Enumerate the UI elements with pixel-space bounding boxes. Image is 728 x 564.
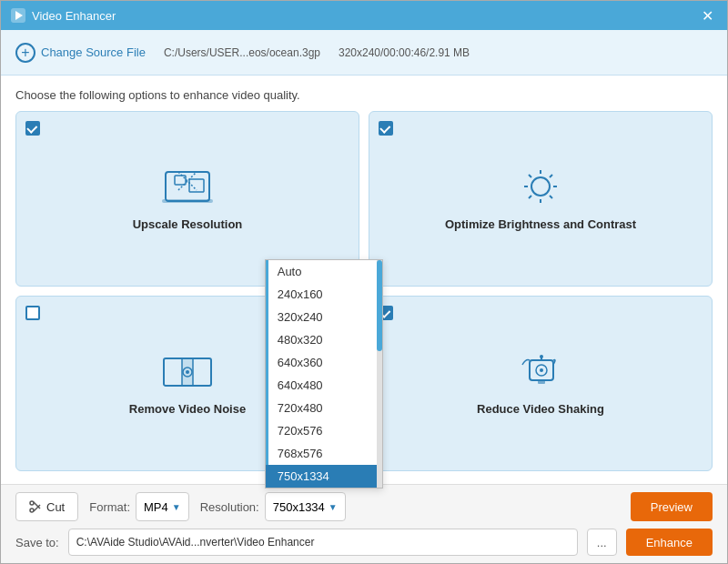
file-meta: 320x240/00:00:46/2.91 MB — [339, 46, 470, 59]
noise-label: Remove Video Noise — [129, 402, 246, 416]
resolution-group: Resolution: 750x1334 ▼ Auto 240x160 320x… — [200, 492, 346, 521]
change-source-button[interactable]: + Change Source File — [15, 43, 146, 63]
main-window: Video Enhancer ✕ + Change Source File C:… — [0, 0, 728, 564]
res-option-720x480[interactable]: 720x480 — [266, 397, 382, 419]
res-option-640x480[interactable]: 640x480 — [266, 374, 382, 397]
res-option-480x320[interactable]: 480x320 — [266, 328, 382, 351]
res-option-240x160[interactable]: 240x160 — [266, 283, 382, 306]
cut-button[interactable]: Cut — [15, 492, 78, 521]
enhance-button[interactable]: Enhance — [626, 529, 713, 556]
option-card-brightness: Optimize Brightness and Contrast — [369, 111, 713, 287]
svg-point-22 — [186, 370, 189, 374]
res-option-auto[interactable]: Auto — [266, 260, 382, 283]
resolution-popup: Auto 240x160 320x240 480x320 640x360 640… — [265, 259, 383, 488]
toolbar: + Change Source File C:/Users/USER...eos… — [1, 30, 727, 76]
svg-line-13 — [529, 175, 531, 177]
controls-row: Cut Format: MP4 ▼ Resolution: 750x1334 ▼ — [15, 492, 713, 521]
scrollbar-thumb — [377, 260, 382, 351]
svg-point-8 — [531, 177, 550, 196]
format-label: Format: — [89, 500, 130, 514]
svg-point-28 — [540, 355, 543, 358]
browse-button[interactable]: ... — [587, 529, 617, 556]
svg-rect-26 — [538, 380, 545, 384]
bottom-bar: Cut Format: MP4 ▼ Resolution: 750x1334 ▼ — [1, 484, 727, 563]
svg-rect-2 — [166, 172, 209, 201]
shaking-label: Reduce Video Shaking — [477, 402, 604, 416]
scrollbar-track — [377, 260, 382, 488]
res-option-320x240[interactable]: 320x240 — [266, 306, 382, 328]
hint-text: Choose the following options to enhance … — [15, 88, 713, 102]
save-row: Save to: C:\AVAide Studio\AVAid...nverte… — [15, 529, 713, 556]
save-label: Save to: — [15, 536, 59, 549]
svg-point-25 — [540, 368, 543, 372]
save-path: C:\AVAide Studio\AVAid...nverter\Video E… — [68, 529, 578, 556]
svg-line-15 — [550, 175, 552, 177]
close-button[interactable]: ✕ — [696, 5, 718, 26]
svg-rect-3 — [162, 199, 213, 203]
brightness-icon — [515, 166, 566, 208]
cut-icon — [29, 500, 42, 513]
svg-line-14 — [550, 196, 552, 198]
format-arrow-icon: ▼ — [172, 502, 181, 512]
save-path-text: C:\AVAide Studio\AVAid...nverter\Video E… — [76, 536, 315, 549]
res-option-750x1334[interactable]: 750x1334 — [266, 465, 382, 488]
resolution-dropdown[interactable]: 750x1334 ▼ — [265, 492, 346, 521]
file-path: C:/Users/USER...eos/ocean.3gp — [164, 46, 320, 59]
resolution-arrow-icon: ▼ — [329, 502, 338, 512]
preview-button[interactable]: Preview — [631, 492, 713, 521]
resolution-wrapper: 750x1334 ▼ Auto 240x160 320x240 480x320 … — [265, 492, 346, 521]
window-title: Video Enhancer — [32, 9, 696, 23]
format-value: MP4 — [144, 500, 168, 514]
resolution-value: 750x1334 — [273, 500, 325, 514]
format-dropdown[interactable]: MP4 ▼ — [136, 492, 189, 521]
svg-point-30 — [30, 501, 34, 505]
checkbox-noise[interactable] — [25, 306, 40, 320]
upscale-icon — [162, 166, 213, 208]
resolution-label: Resolution: — [200, 500, 259, 514]
res-option-640x360[interactable]: 640x360 — [266, 351, 382, 374]
change-source-label: Change Source File — [41, 45, 146, 59]
checkbox-brightness[interactable] — [379, 121, 393, 136]
format-group: Format: MP4 ▼ — [89, 492, 188, 521]
svg-point-29 — [30, 509, 34, 512]
cut-label: Cut — [46, 500, 65, 514]
upscale-label: Upscale Resolution — [133, 217, 243, 231]
app-icon — [10, 7, 26, 24]
brightness-label: Optimize Brightness and Contrast — [445, 217, 636, 231]
svg-line-16 — [529, 196, 531, 198]
title-bar: Video Enhancer ✕ — [1, 1, 727, 30]
plus-icon: + — [15, 43, 35, 63]
noise-icon — [162, 351, 213, 393]
option-card-shaking: Reduce Video Shaking — [369, 296, 713, 471]
checkbox-upscale[interactable] — [25, 121, 40, 136]
res-option-768x576[interactable]: 768x576 — [266, 442, 382, 465]
res-option-720x576[interactable]: 720x576 — [266, 419, 382, 442]
shaking-icon — [515, 351, 566, 393]
